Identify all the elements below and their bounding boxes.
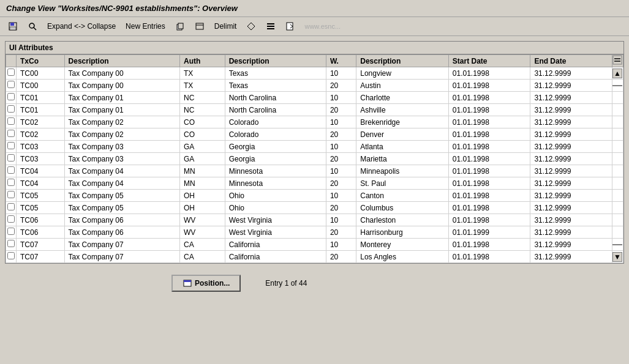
table-row[interactable]: TC02Tax Company 02COColorado20Denver01.0… [6, 128, 623, 141]
table-row[interactable]: TC04Tax Company 04MNMinnesota20St. Paul0… [6, 177, 623, 190]
row-selector[interactable] [6, 92, 17, 104]
col-header-desc1[interactable]: Description [64, 55, 179, 67]
find-icon [28, 21, 37, 31]
new-entries-button[interactable]: New Entries [122, 20, 168, 32]
end-date-cell: 31.12.9999 [530, 226, 612, 239]
row-selector[interactable] [6, 153, 17, 165]
table-row[interactable]: TC01Tax Company 01NCNorth Carolina20Ashv… [6, 104, 623, 116]
table-row[interactable]: TC03Tax Company 03GAGeorgia10Atlanta01.0… [6, 141, 623, 153]
row-selector[interactable] [6, 202, 17, 214]
watermark: www.esnc... [304, 23, 341, 30]
row-checkbox[interactable] [7, 154, 15, 162]
table-container[interactable]: TxCo Description Auth Description W. Des… [6, 54, 623, 263]
row-checkbox[interactable] [7, 215, 15, 223]
row-checkbox[interactable] [7, 81, 15, 88]
find-button[interactable] [24, 20, 40, 33]
table-row[interactable]: TC05Tax Company 05OHOhio10Canton01.01.19… [6, 190, 623, 202]
expand-collapse-button[interactable]: Expand <-> Collapse [44, 20, 119, 32]
table-row[interactable]: TC05Tax Company 05OHOhio20Columbus01.01.… [6, 202, 623, 214]
col-header-auth[interactable]: Auth [179, 55, 225, 67]
row-checkbox[interactable] [7, 142, 15, 149]
desc1-cell: Tax Company 03 [64, 141, 179, 153]
row-selector[interactable] [6, 80, 17, 92]
position-button[interactable]: Position... [171, 275, 241, 292]
txco-cell: TC06 [17, 226, 65, 239]
row-checkbox[interactable] [7, 228, 15, 235]
col-header-start-date[interactable]: Start Date [448, 55, 530, 67]
delimit-label: Delimit [214, 22, 237, 31]
desc3-cell: Denver [356, 128, 449, 141]
start-date-cell: 01.01.1998 [448, 116, 530, 128]
start-date-cell: 01.01.1998 [448, 190, 530, 202]
table-row[interactable]: TC03Tax Company 03GAGeorgia20Marietta01.… [6, 153, 623, 165]
svg-marker-9 [247, 23, 255, 30]
row-selector[interactable] [6, 116, 17, 128]
table-row[interactable]: TC06Tax Company 06WVWest Virginia10Charl… [6, 214, 623, 226]
svg-rect-2 [10, 27, 16, 30]
table-row[interactable]: TC00Tax Company 00TXTexas10Longview01.01… [6, 67, 623, 80]
desc1-cell: Tax Company 02 [64, 116, 179, 128]
row-selector[interactable] [6, 251, 17, 263]
table-row[interactable]: TC01Tax Company 01NCNorth Carolina10Char… [6, 92, 623, 104]
table-row[interactable]: TC07Tax Company 07CACalifornia20Los Angl… [6, 251, 623, 263]
table-row[interactable]: TC07Tax Company 07CACalifornia10Monterey… [6, 239, 623, 251]
row-selector[interactable] [6, 104, 17, 116]
row-selector[interactable] [6, 128, 17, 141]
copy-button[interactable] [172, 20, 188, 33]
scroll-cell [612, 226, 623, 239]
row-checkbox[interactable] [7, 179, 15, 186]
table-body: TC00Tax Company 00TXTexas10Longview01.01… [6, 67, 623, 263]
save-button[interactable] [5, 20, 21, 33]
icon-btn-2[interactable] [263, 20, 279, 33]
col-header-desc3[interactable]: Description [356, 55, 449, 67]
row-checkbox[interactable] [7, 117, 15, 125]
row-checkbox[interactable] [7, 166, 15, 174]
icon-btn-3[interactable] [282, 20, 298, 33]
row-checkbox[interactable] [7, 69, 15, 76]
table-row[interactable]: TC04Tax Company 04MNMinnesota10Minneapol… [6, 165, 623, 177]
row-checkbox[interactable] [7, 130, 15, 137]
row-checkbox[interactable] [7, 191, 15, 198]
row-selector[interactable] [6, 165, 17, 177]
move-button[interactable] [192, 20, 208, 33]
delimit-button[interactable]: Delimit [211, 20, 240, 32]
row-selector[interactable] [6, 177, 17, 190]
row-selector[interactable] [6, 226, 17, 239]
row-checkbox[interactable] [7, 203, 15, 210]
col-header-txco[interactable]: TxCo [17, 55, 65, 67]
row-selector[interactable] [6, 141, 17, 153]
row-checkbox[interactable] [7, 252, 15, 259]
col-header-w[interactable]: W. [326, 55, 356, 67]
row-selector[interactable] [6, 239, 17, 251]
start-date-cell: 01.01.1998 [448, 104, 530, 116]
row-checkbox[interactable] [7, 93, 15, 100]
desc2-cell: West Virginia [225, 214, 326, 226]
start-date-cell: 01.01.1998 [448, 80, 530, 92]
table-header-row: TxCo Description Auth Description W. Des… [6, 55, 623, 67]
auth-cell: CO [179, 116, 225, 128]
svg-rect-10 [267, 23, 274, 24]
txco-cell: TC00 [17, 67, 65, 80]
col-header-end-date[interactable]: End Date [530, 55, 612, 67]
end-date-cell: 31.12.9999 [530, 153, 612, 165]
w-cell: 20 [326, 128, 356, 141]
row-selector[interactable] [6, 190, 17, 202]
scroll-cell: ▲ [612, 67, 623, 80]
row-selector[interactable] [6, 67, 17, 80]
end-date-cell: 31.12.9999 [530, 177, 612, 190]
icon-btn-1[interactable] [243, 20, 259, 33]
table-row[interactable]: TC06Tax Company 06WVWest Virginia20Harri… [6, 226, 623, 239]
row-checkbox[interactable] [7, 240, 15, 247]
row-checkbox[interactable] [7, 105, 15, 113]
scroll-cell [612, 202, 623, 214]
desc2-cell: Georgia [225, 153, 326, 165]
table-row[interactable]: TC02Tax Company 02COColorado10Brekenridg… [6, 116, 623, 128]
desc3-cell: Austin [356, 80, 449, 92]
table-row[interactable]: TC00Tax Company 00TXTexas20Austin01.01.1… [6, 80, 623, 92]
svg-rect-7 [196, 23, 203, 29]
col-header-desc2[interactable]: Description [225, 55, 326, 67]
txco-cell: TC04 [17, 165, 65, 177]
expand-collapse-label: Expand <-> Collapse [47, 22, 116, 31]
row-selector[interactable] [6, 214, 17, 226]
scroll-cell [612, 104, 623, 116]
